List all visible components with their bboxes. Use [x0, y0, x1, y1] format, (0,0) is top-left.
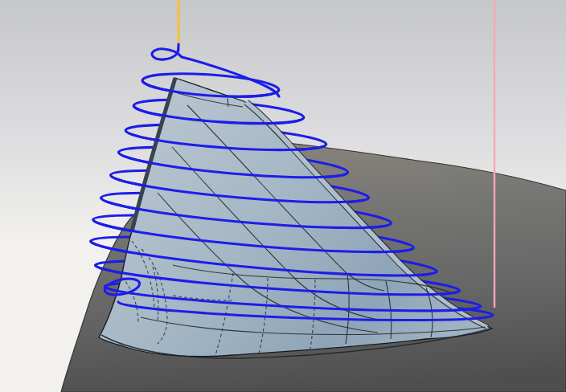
cam-viewport[interactable]	[0, 0, 566, 392]
viewport-canvas	[0, 0, 566, 392]
